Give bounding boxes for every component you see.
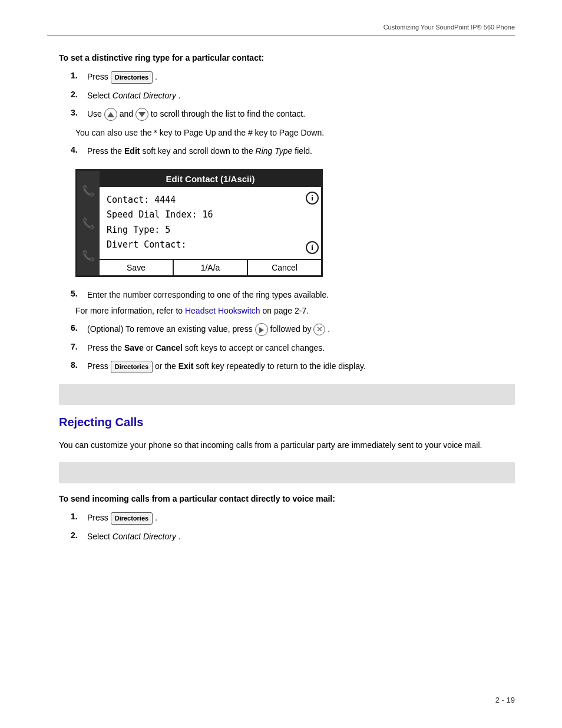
- header-text: Customizing Your SoundPoint IP® 560 Phon…: [384, 24, 515, 31]
- main-content: To set a distinctive ring type for a par…: [59, 53, 515, 543]
- phone-screen-footer: Save 1/A/a Cancel: [100, 259, 321, 275]
- screen-line-3: Ring Type: 5: [107, 223, 296, 238]
- phone-icon-2: 📞: [82, 217, 95, 229]
- step-s2-1: 1. Press Directories .: [71, 512, 515, 525]
- step-num-1: 1.: [71, 71, 87, 80]
- step-5: 5. Enter the number corresponding to one…: [71, 289, 515, 301]
- gray-bar-1: [59, 384, 515, 405]
- edit-bold: Edit: [124, 146, 140, 156]
- gray-bar-2: [59, 462, 515, 483]
- screen-line-2: Speed Dial Index: 16: [107, 207, 296, 223]
- rejecting-calls-description: You can customize your phone so that inc…: [59, 439, 515, 452]
- phone-screen-right-block: Edit Contact (1/Ascii) Contact: 4444 Spe…: [100, 171, 321, 275]
- phone-icon-1: 📞: [82, 185, 95, 197]
- step-3-content: Use and to scroll through the list to fi…: [87, 108, 515, 121]
- step-1-content: Press Directories .: [87, 71, 515, 84]
- save-btn-screen: Save: [100, 260, 174, 275]
- phone-screen-title: Edit Contact (1/Ascii): [100, 171, 321, 187]
- triangle-up-icon: [107, 112, 114, 117]
- step-num-4: 4.: [71, 145, 87, 157]
- step-num-5: 5.: [71, 289, 87, 301]
- headset-hookswitch-link[interactable]: Headset Hookswitch: [185, 306, 260, 315]
- down-arrow-btn: [135, 108, 148, 121]
- phone-screen-inner: 📞 📞 📞 Edit Contact (1/Ascii) Contact: 44…: [77, 171, 321, 275]
- header-line: [47, 35, 515, 36]
- phone-screen: 📞 📞 📞 Edit Contact (1/Ascii) Contact: 44…: [75, 169, 323, 277]
- step-4: 4. Press the Edit soft key and scroll do…: [71, 145, 515, 157]
- 1aa-btn-screen: 1/A/a: [174, 260, 248, 275]
- cancel-bold: Cancel: [156, 343, 183, 353]
- step-3: 3. Use and to scroll through the list to…: [71, 108, 515, 121]
- save-bold: Save: [124, 343, 144, 353]
- step-7: 7. Press the Save or Cancel soft keys to…: [71, 342, 515, 354]
- step-6-content: (Optional) To remove an existing value, …: [87, 323, 515, 336]
- step-num-7: 7.: [71, 342, 87, 354]
- directories-key-2: Directories: [111, 361, 153, 373]
- step-1: 1. Press Directories .: [71, 71, 515, 84]
- task-heading-2: To send incoming calls from a particular…: [59, 494, 515, 503]
- ring-type-italic: Ring Type: [256, 146, 293, 156]
- info-icon-top: i: [306, 192, 319, 205]
- step-2: 2. Select Contact Directory .: [71, 90, 515, 102]
- step-num-6: 6.: [71, 323, 87, 336]
- step-5-content: Enter the number corresponding to one of…: [87, 289, 515, 301]
- contact-directory-italic-2: Contact Directory: [113, 532, 176, 541]
- step-4-content: Press the Edit soft key and scroll down …: [87, 145, 515, 157]
- steps-list-1: 1. Press Directories . 2. Select Contact…: [71, 71, 515, 121]
- triangle-right-icon: [259, 327, 264, 333]
- step-num-3: 3.: [71, 108, 87, 117]
- task-heading-1: To set a distinctive ring type for a par…: [59, 53, 515, 62]
- steps-list-2: 1. Press Directories . 2. Select Contact…: [71, 512, 515, 543]
- step-num-2: 2.: [71, 90, 87, 99]
- step-s2-2-content: Select Contact Directory .: [87, 531, 515, 543]
- directories-key-3: Directories: [111, 512, 153, 525]
- phone-screen-lines: Contact: 4444 Speed Dial Index: 16 Ring …: [100, 187, 303, 259]
- info-icons-column: i i: [303, 187, 321, 259]
- up-arrow-btn: [104, 108, 117, 121]
- step-s2-2: 2. Select Contact Directory .: [71, 531, 515, 543]
- step-num-8: 8.: [71, 360, 87, 373]
- step-s2-num-2: 2.: [71, 531, 87, 540]
- cancel-btn-screen: Cancel: [248, 260, 321, 275]
- right-arrow-btn: [255, 323, 268, 336]
- step-s2-num-1: 1.: [71, 512, 87, 521]
- x-circle-icon: ✕: [313, 324, 325, 335]
- exit-bold: Exit: [178, 361, 194, 371]
- step-2-content: Select Contact Directory .: [87, 90, 515, 102]
- step-8: 8. Press Directories or the Exit soft ke…: [71, 360, 515, 373]
- page: Customizing Your SoundPoint IP® 560 Phon…: [0, 0, 562, 728]
- phone-icon-column: 📞 📞 📞: [77, 171, 100, 275]
- contact-directory-italic-1: Contact Directory: [113, 91, 176, 100]
- rejecting-calls-title: Rejecting Calls: [59, 416, 515, 429]
- step-6: 6. (Optional) To remove an existing valu…: [71, 323, 515, 336]
- phone-screen-container: 📞 📞 📞 Edit Contact (1/Ascii) Contact: 44…: [75, 169, 323, 277]
- screen-line-1: Contact: 4444: [107, 193, 296, 208]
- step-s2-1-content: Press Directories .: [87, 512, 515, 525]
- directories-key-1: Directories: [111, 71, 153, 84]
- phone-screen-body-row: Contact: 4444 Speed Dial Index: 16 Ring …: [100, 187, 321, 259]
- info-icon-bottom: i: [306, 241, 319, 254]
- step-7-content: Press the Save or Cancel soft keys to ac…: [87, 342, 515, 354]
- step-8-content: Press Directories or the Exit soft key r…: [87, 360, 515, 373]
- page-number: 2 - 19: [495, 696, 515, 704]
- screen-line-4: Divert Contact:: [107, 238, 296, 253]
- step-5-note: For more information, refer to Headset H…: [75, 305, 515, 317]
- phone-icon-3: 📞: [82, 249, 95, 262]
- triangle-down-icon: [138, 112, 146, 117]
- step-3-note: You can also use the * key to Page Up an…: [75, 127, 515, 139]
